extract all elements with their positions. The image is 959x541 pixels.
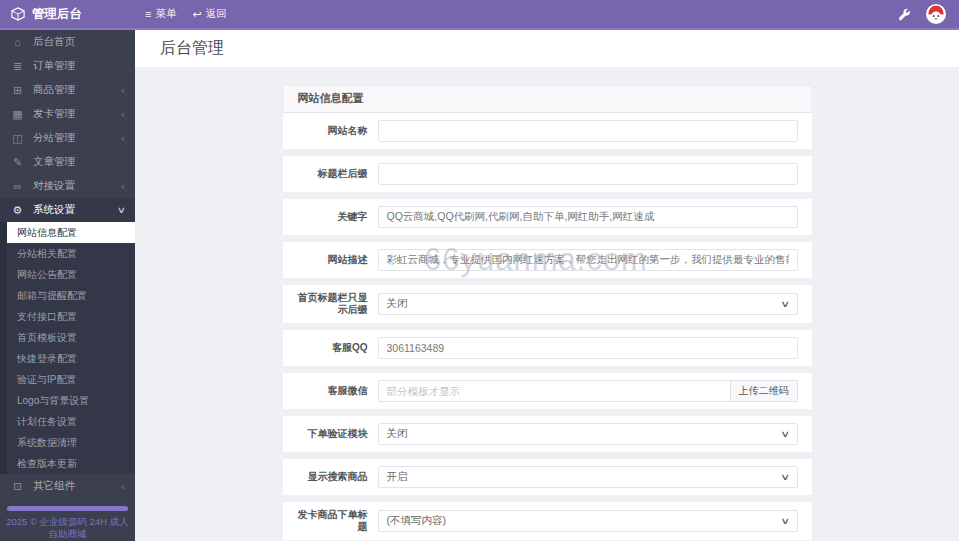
- field-label: 下单验证模块: [289, 428, 368, 440]
- sidebar-item-articles[interactable]: ✎ 文章管理: [0, 150, 135, 174]
- header-right: [898, 4, 959, 24]
- site-description-input[interactable]: [378, 249, 798, 271]
- panel-title: 网站信息配置: [283, 85, 812, 113]
- sidebar-item-system-settings[interactable]: ⚙ 系统设置: [0, 198, 135, 222]
- field-label: 客服QQ: [289, 342, 368, 354]
- order-verify-select[interactable]: 关闭: [378, 423, 798, 445]
- form-row-card-order-title: 发卡商品下单标题 (不填写内容): [283, 502, 812, 540]
- system-settings-submenu: 网站信息配置 分站相关配置 网站公告配置 邮箱与提醒配置 支付接口配置 首页模板…: [0, 222, 135, 474]
- sidebar-item-other-components[interactable]: ⊡ 其它组件: [0, 474, 135, 498]
- submenu-item-announcement[interactable]: 网站公告配置: [7, 264, 135, 285]
- show-search-select[interactable]: 开启: [378, 466, 798, 488]
- sidebar-item-label: 分站管理: [33, 131, 121, 145]
- sidebar-item-products[interactable]: ⊞ 商品管理: [0, 78, 135, 102]
- submenu-item-logo-bg[interactable]: Logo与背景设置: [7, 390, 135, 411]
- submenu-item-site-info[interactable]: 网站信息配置: [7, 222, 135, 243]
- select-value: 开启: [387, 470, 408, 484]
- upload-qrcode-button[interactable]: 上传二维码: [731, 380, 798, 402]
- select-value: 关闭: [387, 427, 408, 441]
- field-label: 网站名称: [289, 125, 368, 137]
- content-area: 网站信息配置 网站名称 标题栏后缀 关键字 网站描述 首页标题栏只显示后缀: [135, 67, 959, 541]
- sidebar-item-label: 系统设置: [33, 203, 118, 217]
- form-row-site-name: 网站名称: [283, 113, 812, 149]
- field-label: 发卡商品下单标题: [289, 509, 368, 533]
- sidebar-item-label: 发卡管理: [33, 107, 121, 121]
- cube-logo-icon: [11, 7, 25, 21]
- submenu-item-template[interactable]: 首页模板设置: [7, 327, 135, 348]
- top-header: 管理后台 ≡ 菜单 ↩ 返回: [0, 0, 959, 30]
- chevron-left-icon: [121, 84, 125, 96]
- sidebar-item-cards[interactable]: ▦ 发卡管理: [0, 102, 135, 126]
- main-area: 后台管理 网站信息配置 网站名称 标题栏后缀 关键字 网站描述 首页标题栏只显: [135, 30, 959, 541]
- submenu-item-version-check[interactable]: 检查版本更新: [7, 453, 135, 474]
- submenu-item-verify-ip[interactable]: 验证与IP配置: [7, 369, 135, 390]
- top-nav: ≡ 菜单 ↩ 返回: [145, 7, 227, 21]
- app-brand[interactable]: 管理后台: [0, 6, 135, 23]
- cards-icon: ▦: [10, 108, 25, 121]
- sites-icon: ◫: [10, 132, 25, 145]
- form-row-show-search: 显示搜索商品 开启: [283, 459, 812, 495]
- service-qq-input[interactable]: [378, 337, 798, 359]
- menu-icon: ≡: [145, 8, 151, 20]
- form-row-description: 网站描述: [283, 242, 812, 278]
- sidebar-copyright: 2025 © 企业级源码 24H 成人自助商城: [0, 516, 135, 540]
- page-titlebar: 后台管理: [135, 30, 959, 67]
- menu-toggle-label: 菜单: [155, 7, 176, 21]
- select-value: 关闭: [387, 297, 408, 311]
- submenu-item-data-clean[interactable]: 系统数据清理: [7, 432, 135, 453]
- form-row-service-qq: 客服QQ: [283, 330, 812, 366]
- sidebar: ⌂ 后台首页 ≣ 订单管理 ⊞ 商品管理 ▦ 发卡管理 ◫ 分站管理 ✎ 文章管…: [0, 30, 135, 541]
- chevron-down-icon: [780, 516, 790, 526]
- title-suffix-input[interactable]: [378, 163, 798, 185]
- submenu-item-substation[interactable]: 分站相关配置: [7, 243, 135, 264]
- submenu-item-quick-login[interactable]: 快捷登录配置: [7, 348, 135, 369]
- chevron-down-icon: [780, 299, 790, 309]
- home-icon: ⌂: [10, 36, 25, 48]
- chevron-down-icon: [780, 429, 790, 439]
- submenu-item-email[interactable]: 邮箱与提醒配置: [7, 285, 135, 306]
- back-button[interactable]: ↩ 返回: [192, 7, 226, 21]
- wrench-icon[interactable]: [898, 8, 911, 21]
- site-name-input[interactable]: [378, 120, 798, 142]
- gear-icon: ⚙: [10, 204, 25, 217]
- form-row-service-wechat: 客服微信 上传二维码: [283, 373, 812, 409]
- title-suffix-only-select[interactable]: 关闭: [378, 293, 798, 315]
- sidebar-item-label: 其它组件: [33, 479, 121, 493]
- chevron-left-icon: [121, 108, 125, 120]
- components-icon: ⊡: [10, 480, 25, 493]
- sidebar-item-home[interactable]: ⌂ 后台首页: [0, 30, 135, 54]
- sidebar-item-label: 订单管理: [33, 59, 125, 73]
- sidebar-accent-bar: [7, 506, 128, 511]
- submenu-item-payment[interactable]: 支付接口配置: [7, 306, 135, 327]
- field-label: 标题栏后缀: [289, 168, 368, 180]
- chevron-down-icon: [117, 205, 126, 215]
- chevron-left-icon: [121, 480, 125, 492]
- chevron-down-icon: [780, 472, 790, 482]
- field-label: 显示搜索商品: [289, 471, 368, 483]
- chevron-left-icon: [121, 180, 125, 192]
- service-wechat-input[interactable]: [378, 380, 731, 402]
- field-label: 客服微信: [289, 385, 368, 397]
- orders-icon: ≣: [10, 60, 25, 73]
- form-row-title-suffix-only: 首页标题栏只显示后缀 关闭: [283, 285, 812, 323]
- brand-title: 管理后台: [32, 6, 82, 23]
- keywords-input[interactable]: [378, 206, 798, 228]
- form-row-title-suffix: 标题栏后缀: [283, 156, 812, 192]
- user-avatar[interactable]: [926, 4, 946, 24]
- menu-toggle-button[interactable]: ≡ 菜单: [145, 7, 176, 21]
- sidebar-item-label: 商品管理: [33, 83, 121, 97]
- sidebar-item-label: 后台首页: [33, 35, 125, 49]
- sidebar-item-orders[interactable]: ≣ 订单管理: [0, 54, 135, 78]
- sidebar-item-sites[interactable]: ◫ 分站管理: [0, 126, 135, 150]
- submenu-item-cron[interactable]: 计划任务设置: [7, 411, 135, 432]
- sidebar-item-label: 文章管理: [33, 155, 125, 169]
- articles-icon: ✎: [10, 156, 25, 169]
- chevron-left-icon: [121, 132, 125, 144]
- link-icon: ∞: [10, 180, 25, 192]
- field-label: 首页标题栏只显示后缀: [289, 292, 368, 316]
- sidebar-item-integration[interactable]: ∞ 对接设置: [0, 174, 135, 198]
- site-info-panel: 网站信息配置 网站名称 标题栏后缀 关键字 网站描述 首页标题栏只显示后缀: [283, 85, 812, 541]
- card-order-title-select[interactable]: (不填写内容): [378, 510, 798, 532]
- form-row-keywords: 关键字: [283, 199, 812, 235]
- products-icon: ⊞: [10, 84, 25, 97]
